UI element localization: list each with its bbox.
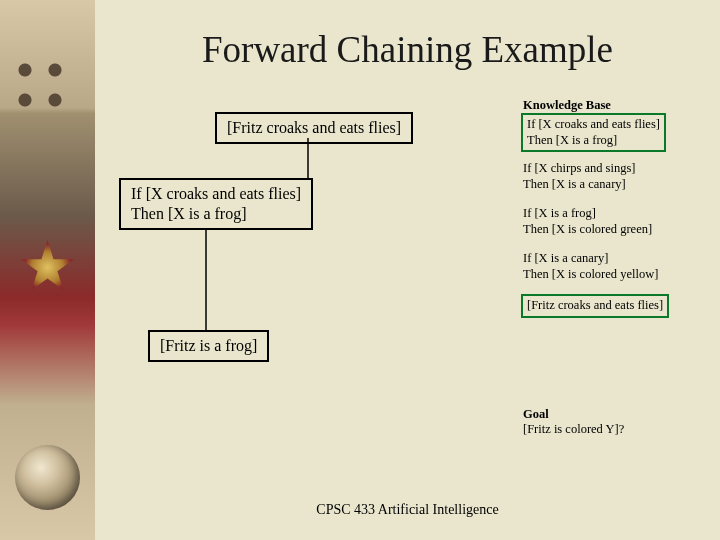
- kb-rule-2: If [X chirps and sings] Then [X is a can…: [523, 161, 635, 192]
- kb-rule-4: If [X is a canary] Then [X is colored ye…: [523, 251, 658, 282]
- goal-header: Goal: [523, 407, 549, 423]
- slide-footer: CPSC 433 Artificial Intelligence: [95, 502, 720, 518]
- fact-fritz-croaks: [Fritz croaks and eats flies]: [215, 112, 413, 144]
- slide-content: Forward Chaining Example [Fritz croaks a…: [95, 0, 720, 540]
- kb-header: Knowledge Base: [523, 98, 611, 114]
- slide-title: Forward Chaining Example: [95, 28, 720, 71]
- fact-fritz-frog: [Fritz is a frog]: [148, 330, 269, 362]
- kb-rule-1: If [X croaks and eats flies] Then [X is …: [521, 113, 666, 152]
- decorative-sidebar: [0, 0, 95, 540]
- kb-fact-1: [Fritz croaks and eats flies]: [521, 294, 669, 318]
- kb-rule-3: If [X is a frog] Then [X is colored gree…: [523, 206, 652, 237]
- rule-croaks-frog: If [X croaks and eats flies] Then [X is …: [119, 178, 313, 230]
- goal-text: [Fritz is colored Y]?: [523, 422, 624, 438]
